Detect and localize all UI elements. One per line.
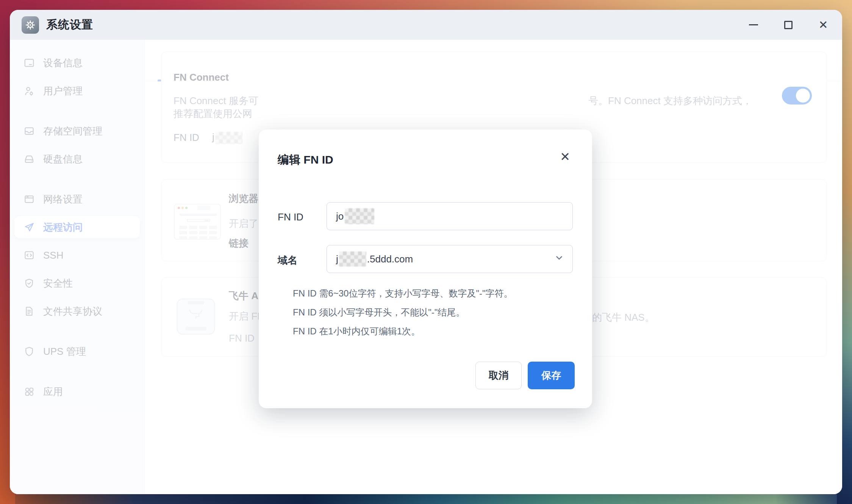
save-button[interactable]: 保存 — [528, 362, 575, 389]
window-title: 系统设置 — [46, 17, 93, 33]
fn-id-field-label: FN ID — [278, 211, 303, 223]
censored-blur — [345, 208, 374, 224]
window-controls: ✕ — [746, 17, 831, 33]
gear-icon — [22, 16, 39, 34]
censored-blur — [339, 251, 366, 267]
chevron-down-icon — [554, 253, 564, 265]
titlebar: 系统设置 ✕ — [10, 10, 842, 40]
domain-select[interactable]: j .5ddd.com — [327, 245, 573, 273]
settings-window: 系统设置 ✕ 设备信息 用户管理 存储空间管理 硬盘信息 网络设置 — [10, 10, 842, 494]
maximize-icon[interactable] — [781, 17, 796, 33]
fn-id-hint: FN ID 须以小写字母开头，不能以"-"结尾。 — [293, 306, 465, 318]
cancel-button[interactable]: 取消 — [475, 362, 522, 389]
minimize-icon[interactable] — [746, 17, 761, 33]
domain-field-label: 域名 — [278, 254, 297, 267]
edit-fn-id-dialog: 编辑 FN ID ✕ FN ID jo 域名 j .5ddd.com FN ID… — [259, 130, 592, 408]
fn-id-hint: FN ID 在1小时内仅可编辑1次。 — [293, 325, 420, 337]
close-window-icon[interactable]: ✕ — [816, 17, 831, 33]
dialog-title: 编辑 FN ID — [278, 152, 333, 168]
close-icon[interactable]: ✕ — [560, 151, 570, 163]
fn-id-input[interactable]: jo — [327, 202, 573, 230]
fn-id-hint: FN ID 需6~30位字符，支持小写字母、数字及"-"字符。 — [293, 287, 513, 300]
